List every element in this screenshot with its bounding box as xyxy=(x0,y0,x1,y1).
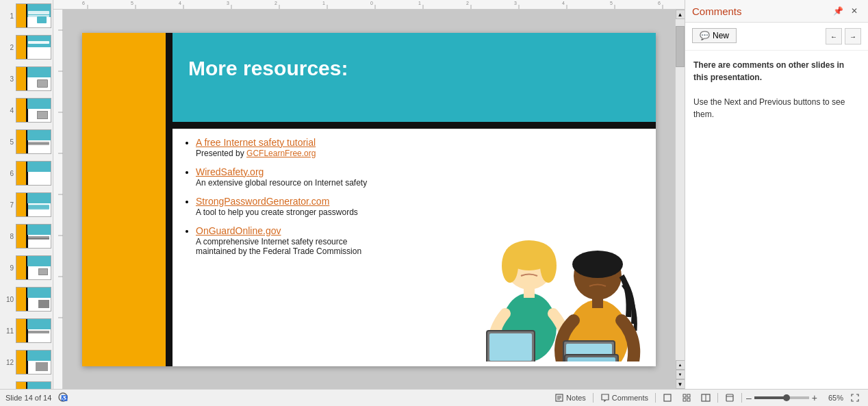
svg-text:1: 1 xyxy=(322,1,325,5)
slide-body: A free Internet safety tutorial Presente… xyxy=(183,137,464,359)
slide-num-5: 5 xyxy=(4,138,14,146)
resource-desc-3: A tool to help you create stronger passw… xyxy=(196,207,464,217)
slide-num-10: 10 xyxy=(4,296,14,303)
resource-item-1: A free Internet safety tutorial Presente… xyxy=(196,137,464,158)
svg-rect-49 xyxy=(567,357,615,361)
resource-link-3[interactable]: StrongPasswordGenerator.com xyxy=(196,196,464,207)
slide-img-10 xyxy=(16,287,51,312)
resource-item-2: WiredSafety.org An extensive global reso… xyxy=(196,166,464,188)
slide-img-2 xyxy=(16,35,51,60)
resource-link-1[interactable]: A free Internet safety tutorial xyxy=(196,137,464,148)
slide-num-11: 11 xyxy=(4,327,14,335)
scroll-down-button[interactable]: ▼ xyxy=(676,379,685,389)
slide-thumb-2[interactable]: 2 xyxy=(0,31,53,63)
slide-thumb-3[interactable]: 3 xyxy=(0,63,53,94)
editor-area: 6 5 4 3 2 1 0 1 xyxy=(53,0,685,389)
svg-rect-61 xyxy=(687,398,690,401)
svg-rect-40 xyxy=(489,333,532,361)
resource-item-3: StrongPasswordGenerator.com A tool to he… xyxy=(196,196,464,217)
zoom-slider[interactable]: – + xyxy=(746,392,817,403)
svg-point-38 xyxy=(540,249,557,283)
scroll-track[interactable] xyxy=(676,19,685,360)
settings-button[interactable] xyxy=(722,392,737,403)
notes-button[interactable]: Notes xyxy=(552,392,589,403)
black-vertical-bar xyxy=(166,33,173,366)
slide-num-6: 6 xyxy=(4,170,14,177)
svg-text:2: 2 xyxy=(466,1,469,5)
slide-img-3 xyxy=(16,66,51,91)
slide-thumb-4[interactable]: 4 xyxy=(0,94,53,126)
comments-status-label: Comments xyxy=(612,394,648,402)
slide-img-11 xyxy=(16,318,51,343)
notes-icon xyxy=(554,393,564,403)
slide-num-8: 8 xyxy=(4,233,14,240)
svg-text:3: 3 xyxy=(227,1,229,5)
resource-link-4[interactable]: OnGuardOnline.gov xyxy=(196,225,464,236)
scroll-step-down-button[interactable]: ▼ xyxy=(676,370,685,379)
comments-body-bold: There are comments on other slides in th… xyxy=(693,60,844,82)
comments-body: There are comments on other slides in th… xyxy=(685,51,868,389)
slide-num-9: 9 xyxy=(4,264,14,272)
zoom-minus-button[interactable]: – xyxy=(746,392,752,403)
ruler-vertical xyxy=(53,10,63,389)
zoom-plus-button[interactable]: + xyxy=(812,392,817,403)
slide-thumb-7[interactable]: 7 xyxy=(0,189,53,220)
slide-thumb-13[interactable]: 13 xyxy=(0,378,53,389)
svg-rect-50 xyxy=(592,298,603,308)
comments-close-icon[interactable]: ✕ xyxy=(847,4,861,18)
resource-desc-2: An extensive global resource on Internet… xyxy=(196,178,464,188)
yellow-column xyxy=(82,33,166,366)
scroll-step-up-button[interactable]: ▲ xyxy=(676,360,685,370)
status-divider-4 xyxy=(741,393,742,403)
comments-toolbar: 💬 New ← → xyxy=(685,23,868,51)
slide-panel: 1 2 xyxy=(0,0,53,389)
slide-thumb-5[interactable]: 5 xyxy=(0,126,53,157)
vertical-scrollbar[interactable]: ▲ ▲ ▼ ▼ xyxy=(675,10,685,389)
comment-next-button[interactable]: → xyxy=(845,28,861,45)
view-normal-icon xyxy=(663,393,672,403)
resource-list: A free Internet safety tutorial Presente… xyxy=(183,137,464,256)
zoom-knob[interactable] xyxy=(783,394,790,401)
svg-text:5: 5 xyxy=(610,1,613,5)
comments-title: Comments xyxy=(692,5,742,17)
new-comment-button[interactable]: 💬 New xyxy=(692,28,737,43)
fit-slide-button[interactable] xyxy=(847,392,863,403)
scroll-thumb[interactable] xyxy=(676,26,685,67)
view-normal-button[interactable] xyxy=(660,392,675,403)
app-container: 1 2 xyxy=(0,0,868,406)
slide-thumb-10[interactable]: 10 xyxy=(0,283,53,315)
resource-link-2[interactable]: WiredSafety.org xyxy=(196,166,464,177)
black-horizontal-bar xyxy=(173,122,656,129)
svg-text:0: 0 xyxy=(370,1,373,5)
comments-pin-icon[interactable]: 📌 xyxy=(831,4,845,18)
slide-thumb-6[interactable]: 6 xyxy=(0,157,53,189)
comments-header: Comments 📌 ✕ xyxy=(685,0,868,23)
slide-thumb-1[interactable]: 1 xyxy=(0,0,53,31)
comment-nav-buttons: ← → xyxy=(826,28,861,45)
svg-rect-42 xyxy=(524,288,535,298)
comment-prev-button[interactable]: ← xyxy=(826,28,842,45)
status-right: Notes Comments – xyxy=(552,392,863,403)
svg-text:5: 5 xyxy=(131,1,133,5)
slide-thumb-11[interactable]: 11 xyxy=(0,315,53,346)
slide-img-8 xyxy=(16,224,51,249)
view-grid-button[interactable] xyxy=(679,392,694,403)
zoom-track[interactable] xyxy=(754,396,809,399)
slide-thumb-12[interactable]: 12 xyxy=(0,346,53,378)
slide-illustration xyxy=(461,129,652,361)
svg-text:4: 4 xyxy=(179,1,181,5)
comments-toggle-button[interactable]: Comments xyxy=(598,392,651,403)
view-reading-button[interactable] xyxy=(698,392,713,403)
slide-canvas: More resources: A free Internet safety t… xyxy=(82,33,656,366)
view-reading-icon xyxy=(701,393,711,403)
main-area: 1 2 xyxy=(0,0,868,389)
illustration-svg xyxy=(461,129,652,361)
resource-desc-link-1[interactable]: GCFLearnFree.org xyxy=(246,149,316,158)
svg-text:2: 2 xyxy=(275,1,277,5)
slide-num-1: 1 xyxy=(4,12,14,20)
svg-text:6: 6 xyxy=(82,1,85,5)
slide-thumb-9[interactable]: 9 xyxy=(0,252,53,283)
scroll-up-button[interactable]: ▲ xyxy=(676,10,685,19)
slide-thumb-8[interactable]: 8 xyxy=(0,220,53,252)
status-divider-3 xyxy=(717,393,718,403)
